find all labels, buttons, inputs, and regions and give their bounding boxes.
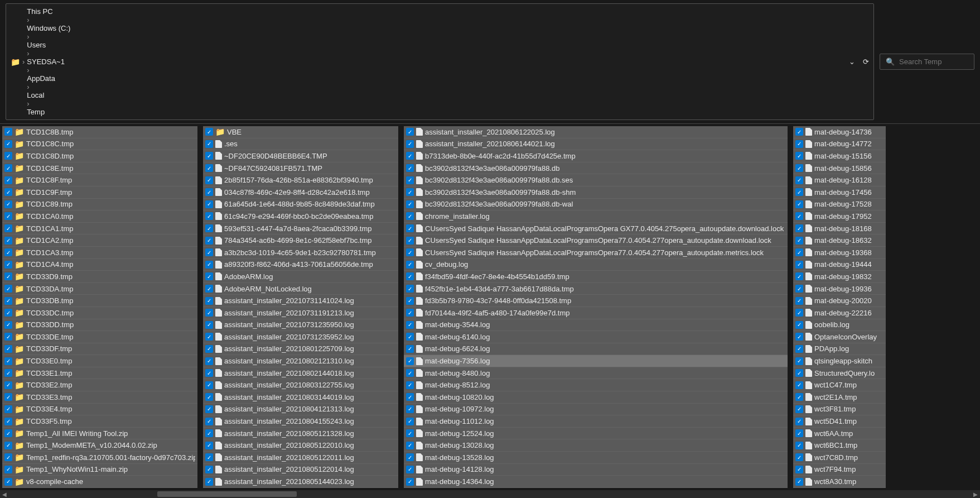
checkbox-icon[interactable]: ✓ xyxy=(205,164,213,172)
file-row[interactable]: ✓📁TCD33E0.tmp xyxy=(2,355,197,367)
checkbox-icon[interactable]: ✓ xyxy=(205,272,213,280)
refresh-icon[interactable]: ⟳ xyxy=(863,58,869,66)
file-row[interactable]: ✓mat-debug-6140.log xyxy=(404,331,788,343)
file-row[interactable]: ✓📁TCD33E3.tmp xyxy=(2,391,197,404)
checkbox-icon[interactable]: ✓ xyxy=(795,224,803,232)
checkbox-icon[interactable]: ✓ xyxy=(406,200,414,208)
file-row[interactable]: ✓bc3902d8132f43e3ae086a009979fa88.db.ses xyxy=(404,174,788,186)
file-row[interactable]: ✓wct7F94.tmp xyxy=(793,464,886,476)
checkbox-icon[interactable]: ✓ xyxy=(205,453,213,461)
history-dropdown-icon[interactable]: ⌄ xyxy=(849,58,855,66)
file-row[interactable]: ✓mat-debug-14736 xyxy=(793,126,886,138)
checkbox-icon[interactable]: ✓ xyxy=(795,140,803,148)
file-row[interactable]: ✓📁TCD33DF.tmp xyxy=(2,343,197,356)
file-row[interactable]: ✓CUsersSyed Sadique HassanAppDataLocalPr… xyxy=(404,247,788,259)
checkbox-icon[interactable]: ✓ xyxy=(4,466,12,473)
file-row[interactable]: ✓mat-debug-14128.log xyxy=(404,464,788,476)
checkbox-icon[interactable]: ✓ xyxy=(4,418,12,425)
file-row[interactable]: ✓mat-debug-6624.log xyxy=(404,343,788,356)
file-row[interactable]: ✓034c87f8-469c-42e9-8ff4-d28c42a2e618.tm… xyxy=(203,186,398,199)
checkbox-icon[interactable]: ✓ xyxy=(795,200,803,208)
file-row[interactable]: ✓784a3454-ac6b-4699-8e1c-962f58ebf7bc.tm… xyxy=(203,234,398,247)
file-row[interactable]: ✓mat-debug-10972.log xyxy=(404,404,788,416)
checkbox-icon[interactable]: ✓ xyxy=(205,357,213,365)
checkbox-icon[interactable]: ✓ xyxy=(795,309,803,317)
checkbox-icon[interactable]: ✓ xyxy=(406,393,414,401)
file-row[interactable]: ✓mat-debug-3544.log xyxy=(404,319,788,332)
checkbox-icon[interactable]: ✓ xyxy=(406,164,414,172)
file-row[interactable]: ✓📁TCD1CA3.tmp xyxy=(2,247,197,259)
checkbox-icon[interactable]: ✓ xyxy=(795,176,803,184)
checkbox-icon[interactable]: ✓ xyxy=(205,200,213,208)
file-row[interactable]: ✓mat-debug-18632 xyxy=(793,234,886,247)
checkbox-icon[interactable]: ✓ xyxy=(795,429,803,437)
checkbox-icon[interactable]: ✓ xyxy=(406,381,414,389)
file-row[interactable]: ✓📁TCD1C8D.tmp xyxy=(2,150,197,162)
checkbox-icon[interactable]: ✓ xyxy=(205,285,213,293)
file-row[interactable]: ✓bc3902d8132f43e3ae086a009979fa88.db xyxy=(404,162,788,175)
checkbox-icon[interactable]: ✓ xyxy=(205,152,213,160)
file-row[interactable]: ✓AdobeARM_NotLocked.log xyxy=(203,283,398,295)
file-row[interactable]: ✓📁TCD1C8E.tmp xyxy=(2,162,197,175)
file-row[interactable]: ✓📁TCD1C8C.tmp xyxy=(2,138,197,151)
checkbox-icon[interactable]: ✓ xyxy=(4,285,12,293)
file-row[interactable]: ✓📁TCD33DB.tmp xyxy=(2,295,197,307)
search-input[interactable] xyxy=(899,58,968,66)
file-row[interactable]: ✓📁TCD1C8B.tmp xyxy=(2,126,197,138)
checkbox-icon[interactable]: ✓ xyxy=(795,418,803,425)
file-row[interactable]: ✓cv_debug.log xyxy=(404,259,788,271)
file-row[interactable]: ✓assistant_installer_20210805122010.log xyxy=(203,439,398,452)
file-row[interactable]: ✓.ses xyxy=(203,138,398,151)
file-row[interactable]: ✓📁TCD1C89.tmp xyxy=(2,199,197,211)
file-row[interactable]: ✓mat-debug-11012.log xyxy=(404,415,788,428)
file-row[interactable]: ✓593ef531-c447-4a7d-8aea-2fcaca0b3399.tm… xyxy=(203,223,398,235)
file-row[interactable]: ✓mat-debug-17952 xyxy=(793,210,886,223)
checkbox-icon[interactable]: ✓ xyxy=(4,357,12,365)
checkbox-icon[interactable]: ✓ xyxy=(4,381,12,389)
checkbox-icon[interactable]: ✓ xyxy=(795,393,803,401)
checkbox-icon[interactable]: ✓ xyxy=(4,442,12,449)
checkbox-icon[interactable]: ✓ xyxy=(795,405,803,413)
file-row[interactable]: ✓mat-debug-22216 xyxy=(793,307,886,319)
file-row[interactable]: ✓wct2E1A.tmp xyxy=(793,391,886,404)
file-row[interactable]: ✓assistant_installer_20210805121328.log xyxy=(203,428,398,440)
horizontal-scrollbar[interactable]: ◀ ▶ xyxy=(0,490,980,498)
checkbox-icon[interactable]: ✓ xyxy=(406,285,414,293)
checkbox-icon[interactable]: ✓ xyxy=(205,478,213,486)
breadcrumb-segment[interactable]: SYEDSA~1 xyxy=(27,58,70,66)
file-row[interactable]: ✓OptaneIconOverlay xyxy=(793,331,886,343)
file-row[interactable]: ✓assistant_installer_20210802144018.log xyxy=(203,367,398,380)
file-row[interactable]: ✓📁TCD1C9F.tmp xyxy=(2,186,197,199)
file-row[interactable]: ✓PDApp.log xyxy=(793,343,886,356)
checkbox-icon[interactable]: ✓ xyxy=(795,261,803,269)
checkbox-icon[interactable]: ✓ xyxy=(795,128,803,136)
file-row[interactable]: ✓mat-debug-19936 xyxy=(793,283,886,295)
checkbox-icon[interactable]: ✓ xyxy=(205,224,213,232)
checkbox-icon[interactable]: ✓ xyxy=(795,442,803,449)
checkbox-icon[interactable]: ✓ xyxy=(4,188,12,196)
file-row[interactable]: ✓assistant_installer_20210731235952.log xyxy=(203,331,398,343)
checkbox-icon[interactable]: ✓ xyxy=(795,152,803,160)
file-row[interactable]: ✓📁TCD33E4.tmp xyxy=(2,404,197,416)
breadcrumb-segment[interactable]: Temp xyxy=(27,108,70,116)
file-row[interactable]: ✓AdobeARM.log xyxy=(203,271,398,283)
checkbox-icon[interactable]: ✓ xyxy=(4,309,12,317)
file-row[interactable]: ✓b7313deb-8b0e-440f-ac2d-41b55d7d425e.tm… xyxy=(404,150,788,162)
file-row[interactable]: ✓📁TCD33F5.tmp xyxy=(2,415,197,428)
checkbox-icon[interactable]: ✓ xyxy=(4,369,12,377)
file-row[interactable]: ✓mat-debug-13528.log xyxy=(404,452,788,464)
file-row[interactable]: ✓qtsingleapp-skitch xyxy=(793,355,886,367)
file-row[interactable]: ✓mat-debug-18168 xyxy=(793,223,886,235)
scroll-right-icon[interactable]: ▶ xyxy=(971,491,980,497)
checkbox-icon[interactable]: ✓ xyxy=(795,321,803,329)
file-row[interactable]: ✓📁VBE xyxy=(203,126,398,138)
checkbox-icon[interactable]: ✓ xyxy=(4,128,12,136)
file-row[interactable]: ✓StructuredQuery.lo xyxy=(793,367,886,380)
file-row[interactable]: ✓wct7C8D.tmp xyxy=(793,452,886,464)
checkbox-icon[interactable]: ✓ xyxy=(795,478,803,486)
checkbox-icon[interactable]: ✓ xyxy=(795,248,803,256)
checkbox-icon[interactable]: ✓ xyxy=(795,466,803,473)
checkbox-icon[interactable]: ✓ xyxy=(406,261,414,269)
file-row[interactable]: ✓mat-debug-14364.log xyxy=(404,476,788,488)
file-row[interactable]: ✓assistant_installer_20210806122025.log xyxy=(404,126,788,138)
